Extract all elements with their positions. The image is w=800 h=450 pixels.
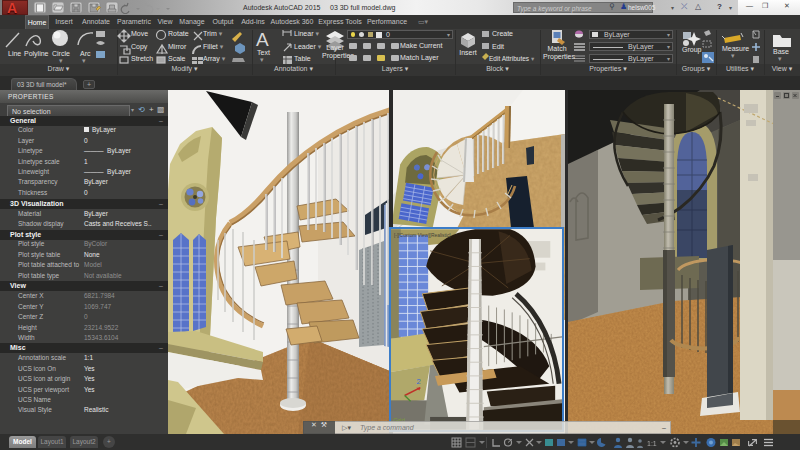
svg-text:2: 2: [416, 377, 420, 386]
svg-text:[-][Custom View][Realistic]: [-][Custom View][Realistic]: [394, 233, 451, 238]
svg-text:1:1: 1:1: [647, 440, 657, 447]
